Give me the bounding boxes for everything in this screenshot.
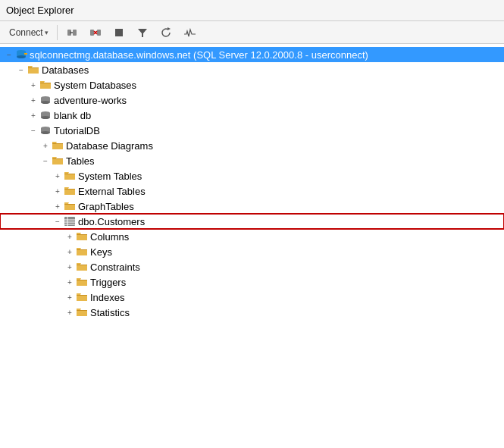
- expander-external-tables[interactable]: +: [52, 185, 64, 197]
- svg-marker-9: [138, 29, 147, 37]
- tree-node-system-tables[interactable]: + System Tables: [0, 168, 504, 183]
- toolbar: Connect ▾: [0, 21, 504, 44]
- tree-node-tables[interactable]: − Tables: [0, 153, 504, 168]
- statistics-label: Statistics: [90, 307, 130, 318]
- folder-icon-keys: [76, 246, 88, 258]
- expander-system-tables[interactable]: +: [52, 170, 64, 182]
- system-tables-label: System Tables: [78, 171, 142, 182]
- tree-node-constraints[interactable]: + Constraints: [0, 259, 504, 274]
- filter-icon: [136, 27, 149, 39]
- blank-db-label: blank db: [54, 110, 91, 121]
- expander-system-databases[interactable]: +: [27, 79, 39, 91]
- expander-databases[interactable]: −: [15, 64, 27, 76]
- adventure-works-label: adventure-works: [54, 95, 127, 106]
- tree-node-databases[interactable]: − Databases: [0, 62, 504, 77]
- expander-constraints[interactable]: +: [64, 261, 76, 273]
- system-databases-label: System Databases: [54, 80, 136, 91]
- folder-icon-statistics: [76, 306, 88, 318]
- svg-rect-14: [24, 53, 27, 55]
- svg-point-20: [41, 116, 50, 119]
- tree-node-indexes[interactable]: + Indexes: [0, 290, 504, 305]
- folder-icon-graph-tables: [64, 200, 76, 212]
- folder-icon-system-tables: [64, 170, 76, 182]
- folder-icon-indexes: [76, 291, 88, 303]
- tree-node-triggers[interactable]: + Triggers: [0, 274, 504, 290]
- connect-dropdown-arrow: ▾: [45, 29, 49, 36]
- keys-label: Keys: [90, 246, 112, 258]
- table-icon-dbo-customers: [64, 215, 76, 227]
- tree-container: − sqlconnectmg.database.windows.net (SQL…: [0, 44, 504, 448]
- filter-button[interactable]: [132, 24, 153, 41]
- stop-icon: [113, 27, 125, 39]
- svg-rect-4: [90, 30, 94, 36]
- database-icon-tutorialdb: [39, 124, 52, 136]
- expander-dbo-customers[interactable]: −: [52, 215, 64, 227]
- databases-label: Databases: [42, 64, 89, 76]
- svg-point-17: [41, 101, 50, 104]
- folder-icon-system-databases: [39, 79, 52, 91]
- svg-point-23: [41, 131, 50, 134]
- connect-label: Connect: [9, 27, 43, 38]
- expander-statistics[interactable]: +: [64, 306, 76, 318]
- tree-node-columns[interactable]: + Columns: [0, 229, 504, 244]
- folder-icon-columns: [76, 230, 88, 243]
- tutorialdb-label: TutorialDB: [54, 125, 100, 136]
- separator-1: [57, 25, 58, 40]
- folder-icon-constraints: [76, 261, 88, 273]
- folder-icon-database-diagrams: [52, 139, 64, 152]
- svg-rect-8: [115, 29, 123, 36]
- tables-label: Tables: [66, 155, 95, 167]
- indexes-label: Indexes: [90, 292, 125, 303]
- database-diagrams-label: Database Diagrams: [66, 140, 153, 152]
- expander-tutorialdb[interactable]: −: [27, 124, 39, 136]
- expander-indexes[interactable]: +: [64, 291, 76, 303]
- tree-node-tutorialdb[interactable]: − TutorialDB: [0, 123, 504, 138]
- expander-database-diagrams[interactable]: +: [39, 139, 52, 152]
- constraints-label: Constraints: [90, 262, 140, 273]
- tree-node-external-tables[interactable]: + External Tables: [0, 183, 504, 199]
- svg-rect-1: [73, 30, 77, 36]
- folder-icon-external-tables: [64, 185, 76, 197]
- svg-rect-5: [97, 30, 101, 36]
- connect-icon: [66, 27, 78, 39]
- svg-marker-10: [167, 27, 171, 30]
- graph-tables-label: GraphTables: [78, 201, 134, 212]
- expander-adventure-works[interactable]: +: [27, 94, 39, 106]
- title-bar: Object Explorer: [0, 0, 504, 21]
- svg-point-13: [17, 55, 26, 58]
- database-icon-adventure-works: [39, 94, 52, 106]
- expander-graph-tables[interactable]: +: [52, 200, 64, 212]
- tree-node-system-databases[interactable]: + System Databases: [0, 77, 504, 92]
- folder-icon-triggers: [76, 276, 88, 288]
- expander-blank-db[interactable]: +: [27, 109, 39, 121]
- disconnect-icon: [89, 27, 102, 39]
- connect-button[interactable]: Connect ▾: [5, 25, 53, 40]
- tree-node-statistics[interactable]: + Statistics: [0, 305, 504, 320]
- refresh-button[interactable]: [155, 24, 177, 41]
- expander-keys[interactable]: +: [64, 246, 76, 258]
- disconnect-button[interactable]: [85, 24, 106, 41]
- connect-object-button[interactable]: [61, 24, 83, 41]
- tree-node-database-diagrams[interactable]: + Database Diagrams: [0, 138, 504, 153]
- triggers-label: Triggers: [90, 277, 126, 288]
- server-icon: [15, 49, 27, 61]
- refresh-icon: [160, 27, 172, 39]
- folder-icon-databases: [27, 64, 39, 76]
- tree-node-server[interactable]: − sqlconnectmg.database.windows.net (SQL…: [0, 47, 504, 62]
- dbo-customers-label: dbo.Customers: [78, 216, 145, 227]
- expander-triggers[interactable]: +: [64, 276, 76, 288]
- tree-node-adventure-works[interactable]: + adventure-works: [0, 92, 504, 108]
- tree-node-graph-tables[interactable]: + GraphTables: [0, 199, 504, 214]
- tree-node-keys[interactable]: + Keys: [0, 244, 504, 259]
- tree-node-dbo-customers[interactable]: − dbo.Customers: [0, 214, 504, 229]
- external-tables-label: External Tables: [78, 186, 146, 197]
- expander-columns[interactable]: +: [64, 230, 76, 243]
- tree-node-blank-db[interactable]: + blank db: [0, 108, 504, 123]
- activity-monitor-button[interactable]: [179, 24, 200, 41]
- stop-button[interactable]: [108, 24, 130, 41]
- columns-label: Columns: [90, 231, 129, 243]
- title-label: Object Explorer: [6, 5, 74, 16]
- database-icon-blank-db: [39, 109, 52, 121]
- expander-tables[interactable]: −: [39, 155, 52, 167]
- expander-server[interactable]: −: [3, 49, 15, 61]
